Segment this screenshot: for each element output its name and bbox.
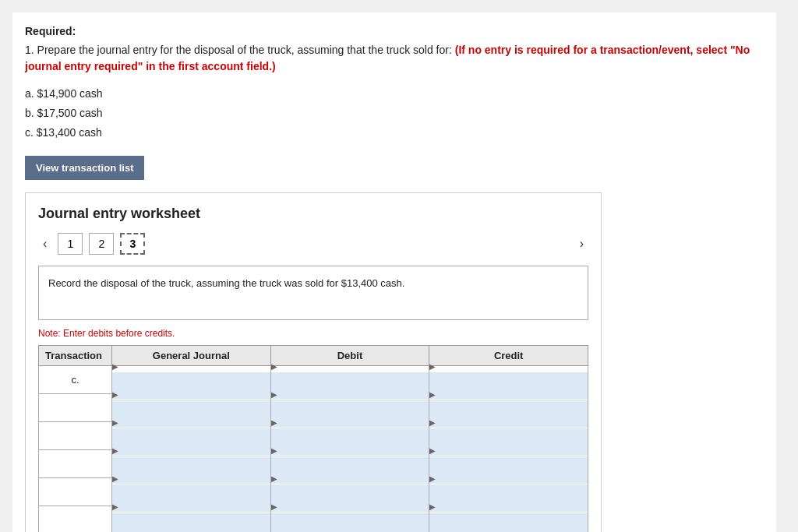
row-arrow-3: ▶ (112, 446, 123, 455)
journal-input-1[interactable] (112, 400, 270, 428)
tab-3[interactable]: 3 (120, 233, 145, 255)
cash-options: a. $14,900 cash b. $17,500 cash c. $13,4… (25, 84, 764, 143)
next-tab-arrow[interactable]: › (575, 235, 588, 252)
required-heading: Required: (25, 25, 764, 37)
journal-table: Transaction General Journal Debit Credit… (38, 345, 588, 532)
credit-arrow-5: ▶ (429, 502, 440, 511)
tab-navigation: ‹ 1 2 3 › (38, 233, 588, 255)
row-arrow-4: ▶ (112, 474, 123, 483)
debit-arrow-3: ▶ (271, 446, 282, 455)
col-header-transaction: Transaction (39, 345, 112, 365)
table-row-transaction-4 (39, 477, 112, 506)
cash-option-b: b. $17,500 cash (25, 104, 764, 123)
credit-input-1[interactable] (429, 400, 588, 428)
tab-2[interactable]: 2 (89, 233, 114, 255)
credit-arrow-4: ▶ (429, 474, 440, 483)
prev-tab-arrow[interactable]: ‹ (38, 235, 51, 252)
row-arrow-1: ▶ (112, 390, 123, 399)
debit-input-1[interactable] (271, 400, 429, 428)
debit-input-3[interactable] (271, 456, 429, 484)
table-row-credit-0[interactable]: ▶ (429, 365, 588, 393)
note-text: Note: Enter debits before credits. (38, 328, 588, 339)
worksheet-container: Journal entry worksheet ‹ 1 2 3 › Record… (25, 192, 602, 532)
view-transaction-button[interactable]: View transaction list (25, 156, 144, 180)
table-row-journal-0[interactable]: ▶ (111, 365, 270, 393)
required-label: Required: (25, 25, 76, 37)
debit-arrow-2: ▶ (271, 418, 282, 427)
credit-input-5[interactable] (429, 513, 588, 532)
credit-arrow-2: ▶ (429, 418, 440, 427)
credit-input-2[interactable] (429, 428, 588, 456)
table-row-transaction-5 (39, 506, 112, 532)
journal-input-3[interactable] (112, 456, 270, 484)
credit-arrow-0: ▶ (429, 362, 440, 371)
debit-arrow-0: ▶ (271, 362, 282, 371)
row-arrow-5: ▶ (112, 502, 123, 511)
debit-input-0[interactable] (271, 372, 429, 400)
tab-1[interactable]: 1 (58, 233, 83, 255)
instruction-text: 1. Prepare the journal entry for the dis… (25, 44, 452, 56)
table-row-transaction-0: c. (39, 365, 112, 393)
worksheet-title: Journal entry worksheet (38, 206, 588, 222)
table-row-transaction-3 (39, 449, 112, 477)
credit-input-3[interactable] (429, 456, 588, 484)
debit-input-5[interactable] (271, 513, 429, 532)
table-row-transaction-1 (39, 393, 112, 421)
col-header-general-journal: General Journal (111, 345, 270, 365)
debit-input-4[interactable] (271, 484, 429, 512)
cash-option-c: c. $13,400 cash (25, 123, 764, 143)
credit-arrow-3: ▶ (429, 446, 440, 455)
instruction-line: 1. Prepare the journal entry for the dis… (25, 42, 764, 75)
description-box: Record the disposal of the truck, assumi… (38, 266, 588, 320)
credit-arrow-1: ▶ (429, 390, 440, 399)
row-arrow-2: ▶ (112, 418, 123, 427)
table-row-transaction-2 (39, 421, 112, 449)
debit-arrow-1: ▶ (271, 390, 282, 399)
journal-input-2[interactable] (112, 428, 270, 456)
debit-input-2[interactable] (271, 428, 429, 456)
col-header-credit: Credit (429, 345, 588, 365)
row-arrow-0: ▶ (112, 362, 123, 371)
credit-input-4[interactable] (429, 484, 588, 512)
description-text: Record the disposal of the truck, assumi… (48, 277, 404, 289)
col-header-debit: Debit (270, 345, 429, 365)
credit-input-0[interactable] (429, 372, 588, 400)
journal-input-0[interactable] (112, 372, 270, 400)
table-row-debit-0[interactable]: ▶ (270, 365, 429, 393)
cash-option-a: a. $14,900 cash (25, 84, 764, 104)
journal-input-5[interactable] (112, 513, 270, 532)
debit-arrow-5: ▶ (271, 502, 282, 511)
debit-arrow-4: ▶ (271, 474, 282, 483)
page-container: Required: 1. Prepare the journal entry f… (12, 12, 776, 532)
journal-input-4[interactable] (112, 484, 270, 512)
